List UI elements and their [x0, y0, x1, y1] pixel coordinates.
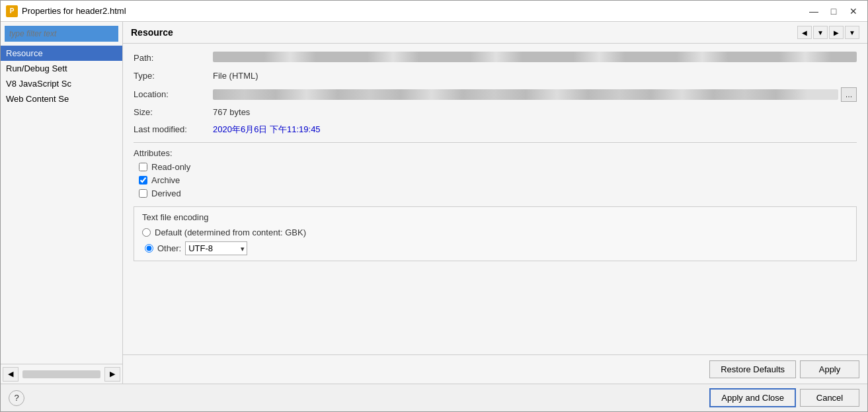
panel-back-button[interactable]: ◀ — [797, 26, 812, 39]
sidebar-nav: ◀ ▶ — [1, 364, 122, 384]
location-browse-button[interactable]: … — [841, 87, 857, 102]
size-row: Size: 767 bytes — [134, 106, 857, 120]
properties-window: P Properties for header2.html — □ ✕ Reso… — [0, 0, 868, 412]
title-controls: — □ ✕ — [805, 4, 862, 19]
close-button[interactable]: ✕ — [845, 4, 862, 19]
derived-checkbox[interactable] — [139, 189, 147, 198]
panel-title: Resource — [131, 27, 173, 38]
path-label: Path: — [134, 52, 213, 65]
archive-label[interactable]: Archive — [151, 175, 180, 185]
type-value: File (HTML) — [213, 69, 857, 83]
sidebar-item-resource[interactable]: Resource — [1, 46, 122, 61]
restore-defaults-button[interactable]: Restore Defaults — [709, 360, 796, 378]
encoding-other-row: Other: UTF-8 GBK ISO-8859-1 US-ASCII UTF… — [145, 241, 848, 255]
title-bar: P Properties for header2.html — □ ✕ — [1, 1, 867, 22]
panel-header: Resource ◀ ▼ ▶ ▼ — [123, 22, 867, 44]
help-button[interactable]: ? — [9, 390, 24, 406]
separator — [134, 142, 857, 143]
minimize-button[interactable]: — — [805, 4, 822, 19]
panel-back-dropdown[interactable]: ▼ — [813, 26, 828, 39]
size-value: 767 bytes — [213, 106, 857, 120]
encoding-default-row: Default (determined from content: GBK) — [142, 227, 848, 237]
attributes-section: Attributes: Read-only Archive Derived — [134, 148, 857, 198]
maximize-button[interactable]: □ — [825, 4, 842, 19]
derived-label[interactable]: Derived — [151, 188, 181, 198]
main-content: Resource Run/Debug Sett V8 JavaScript Sc… — [1, 22, 867, 384]
encoding-default-label[interactable]: Default (determined from content: GBK) — [155, 227, 306, 237]
bottom-action-bar: Restore Defaults Apply — [123, 354, 867, 384]
path-value — [213, 52, 857, 62]
apply-button[interactable]: Apply — [800, 360, 859, 378]
location-row: Location: … — [134, 87, 857, 102]
last-modified-label: Last modified: — [134, 123, 213, 137]
location-label: Location: — [134, 89, 213, 99]
location-value — [213, 89, 838, 100]
sidebar-item-run-debug[interactable]: Run/Debug Sett — [1, 61, 122, 76]
encoding-select[interactable]: UTF-8 GBK ISO-8859-1 US-ASCII UTF-16 — [185, 241, 247, 255]
attributes-label: Attributes: — [134, 148, 857, 158]
derived-row: Derived — [139, 188, 857, 198]
apply-close-button[interactable]: Apply and Close — [709, 388, 796, 407]
sidebar-item-web-content[interactable]: Web Content Se — [1, 91, 122, 106]
encoding-other-radio[interactable] — [145, 244, 153, 253]
encoding-select-wrapper: UTF-8 GBK ISO-8859-1 US-ASCII UTF-16 — [185, 241, 247, 255]
encoding-other-label[interactable]: Other: — [157, 243, 181, 253]
sidebar-list: Resource Run/Debug Sett V8 JavaScript Sc… — [1, 46, 122, 364]
readonly-row: Read-only — [139, 162, 857, 172]
sidebar: Resource Run/Debug Sett V8 JavaScript Sc… — [1, 22, 123, 384]
type-label: Type: — [134, 69, 213, 83]
panel-nav: ◀ ▼ ▶ ▼ — [797, 26, 859, 39]
panel-forward-dropdown[interactable]: ▼ — [845, 26, 859, 39]
last-modified-row: Last modified: 2020年6月6日 下午11:19:45 — [134, 123, 857, 137]
sidebar-nav-prev[interactable]: ◀ — [3, 367, 19, 382]
search-input[interactable] — [5, 26, 118, 42]
cancel-button[interactable]: Cancel — [800, 389, 859, 407]
archive-row: Archive — [139, 175, 857, 185]
panel-body: Path: Type: File (HTML) Location: … Size… — [123, 44, 867, 354]
last-modified-value: 2020年6月6日 下午11:19:45 — [213, 123, 857, 137]
footer-bar: ? Apply and Close Cancel — [1, 384, 867, 411]
window-icon: P — [6, 5, 18, 17]
readonly-label[interactable]: Read-only — [151, 162, 190, 172]
sidebar-item-v8[interactable]: V8 JavaScript Sc — [1, 76, 122, 91]
size-label: Size: — [134, 106, 213, 120]
encoding-section: Text file encoding Default (determined f… — [134, 206, 857, 261]
footer-buttons: Apply and Close Cancel — [709, 388, 859, 407]
sidebar-nav-next[interactable]: ▶ — [104, 367, 120, 382]
path-row: Path: — [134, 52, 857, 65]
panel-forward-button[interactable]: ▶ — [829, 26, 844, 39]
type-row: Type: File (HTML) — [134, 69, 857, 83]
archive-checkbox[interactable] — [139, 176, 147, 185]
encoding-title: Text file encoding — [142, 212, 848, 222]
readonly-checkbox[interactable] — [139, 163, 147, 171]
encoding-default-radio[interactable] — [142, 228, 151, 237]
window-title: Properties for header2.html — [22, 6, 805, 16]
right-panel: Resource ◀ ▼ ▶ ▼ Path: Type: File (HTML — [123, 22, 867, 384]
